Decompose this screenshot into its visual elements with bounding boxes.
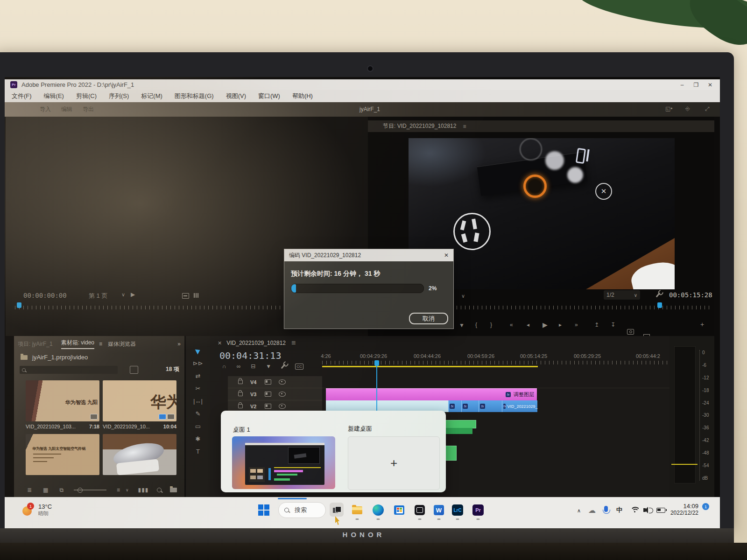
video-clip[interactable]: fx <box>479 400 502 412</box>
timeline-timecode[interactable]: 00:04:31:13 <box>219 350 281 361</box>
close-button[interactable]: ✕ <box>703 81 717 89</box>
captions-icon[interactable]: CC <box>295 364 303 370</box>
bin-breadcrumb[interactable]: jyAirF_1.prproj\video <box>32 354 88 361</box>
clip-thumbnail[interactable]: 华为智选 九阳太空智能空气炸锅 <box>26 434 99 475</box>
menu-file[interactable]: 文件(F) <box>12 92 32 100</box>
premiere-pro-icon[interactable]: Pr <box>471 503 485 517</box>
track-header-v4[interactable]: V4 <box>228 376 322 388</box>
menu-edit[interactable]: 编辑(E) <box>44 92 64 100</box>
automate-sequence-icon[interactable]: ▮▮▮ <box>138 487 149 493</box>
menu-marker[interactable]: 标记(M) <box>141 92 162 100</box>
clip-thumbnail[interactable] <box>103 434 176 475</box>
playback-resolution-dropdown[interactable]: 1/2∨ <box>604 290 640 300</box>
lock-icon[interactable] <box>238 392 243 396</box>
mini-play-icon[interactable]: ▶ <box>131 291 135 298</box>
menu-help[interactable]: 帮助(H) <box>292 92 313 100</box>
menu-sequence[interactable]: 序列(S) <box>109 92 129 100</box>
zoom-slider-knob[interactable] <box>78 488 83 493</box>
lock-icon[interactable] <box>238 380 243 384</box>
edge-browser-icon[interactable] <box>371 503 385 517</box>
toggle-track-output-icon[interactable] <box>279 392 286 397</box>
adjustment-layer-clip[interactable]: fx 调整图层 <box>326 388 537 400</box>
linked-selection-icon[interactable]: ∞ <box>237 363 241 370</box>
timeline-tab[interactable]: VID_20221029_102812 <box>226 340 286 346</box>
toggle-track-output-icon[interactable] <box>279 404 286 409</box>
source-page-dropdown[interactable]: 第 1 页 <box>89 292 107 300</box>
ripple-edit-tool[interactable]: ⇄ <box>186 370 210 382</box>
program-playhead[interactable] <box>657 302 662 308</box>
tab-edit[interactable]: 编辑 <box>61 105 72 113</box>
settings-wrench-icon[interactable] <box>655 292 660 297</box>
tab-import[interactable]: 导入 <box>40 105 51 113</box>
cancel-button[interactable]: 取消 <box>409 313 448 324</box>
export-frame-icon[interactable] <box>627 329 634 335</box>
dark-app-icon[interactable] <box>413 503 427 517</box>
audio-clip[interactable] <box>444 420 476 428</box>
close-icon[interactable]: ✕ <box>444 252 449 259</box>
clip-name[interactable]: VID_20221029_103... <box>26 424 76 429</box>
list-view-icon[interactable]: ≣ <box>27 487 32 493</box>
lift-icon[interactable]: ↥ <box>594 322 599 328</box>
track-header-v3[interactable]: V3 <box>228 388 322 400</box>
fit-dropdown-chevron[interactable]: ∨ <box>461 293 465 299</box>
add-marker-icon[interactable]: ▼ <box>459 322 465 329</box>
battery-icon[interactable] <box>656 508 665 513</box>
hand-tool[interactable]: ✱ <box>186 433 210 445</box>
lock-icon[interactable] <box>238 404 243 408</box>
audio-clip[interactable] <box>444 428 472 434</box>
microsoft-store-icon[interactable] <box>392 503 406 517</box>
play-icon[interactable]: ▶ <box>543 321 548 329</box>
zoom-slider[interactable] <box>74 490 106 490</box>
icon-view-icon[interactable]: ▦ <box>43 487 48 493</box>
ime-indicator[interactable]: 中 <box>616 506 622 514</box>
minimize-button[interactable]: – <box>675 81 689 89</box>
find-icon[interactable] <box>157 488 162 492</box>
more-panels-icon[interactable]: » <box>177 341 181 347</box>
desktop1-label[interactable]: 桌面 1 <box>233 426 250 434</box>
snap-icon[interactable]: ∩ <box>222 363 226 370</box>
clip-thumbnail[interactable]: 华为 <box>103 380 176 421</box>
panel-menu-icon[interactable]: ≡ <box>463 123 466 130</box>
clip-thumbnail[interactable]: 华为智选 九阳 <box>26 380 99 421</box>
add-marker-icon[interactable]: ▼ <box>266 363 271 370</box>
menu-graphics[interactable]: 图形和标题(G) <box>175 92 214 100</box>
project-search-input[interactable] <box>20 366 118 374</box>
goto-out-icon[interactable]: » <box>575 322 578 328</box>
goto-in-icon[interactable]: « <box>510 322 513 328</box>
tab-project[interactable]: 项目: jyAirF_1 <box>18 340 53 348</box>
slip-tool[interactable]: |↔| <box>186 395 210 407</box>
video-clip[interactable]: fx <box>448 400 462 412</box>
tab-media-browser[interactable]: 媒体浏览器 <box>108 340 136 348</box>
lightroom-classic-icon[interactable]: LrC <box>451 503 465 517</box>
chevron-down-icon[interactable]: ∨ <box>121 292 125 298</box>
chevron-down-icon[interactable]: ∨ <box>126 488 129 492</box>
drag-audio-icon[interactable] <box>194 293 199 298</box>
quick-export-icon[interactable]: ⎆ <box>685 105 690 112</box>
timeline-playhead[interactable] <box>374 360 379 366</box>
razor-tool[interactable]: ✂ <box>186 382 210 395</box>
source-patch-icon[interactable] <box>265 392 271 397</box>
add-button-icon[interactable]: + <box>700 321 704 328</box>
pen-tool[interactable]: ✎ <box>186 407 210 420</box>
timeline-settings-icon[interactable] <box>281 364 286 369</box>
video-clip[interactable]: fx VID_20221029_ <box>502 400 537 412</box>
panel-menu-icon[interactable]: ≡ <box>99 341 102 347</box>
menu-clip[interactable]: 剪辑(C) <box>76 92 97 100</box>
step-back-icon[interactable]: ◂ <box>527 322 529 328</box>
extract-icon[interactable]: ↧ <box>611 322 615 328</box>
clip-name[interactable]: VID_20221029_10... <box>103 424 150 429</box>
workspaces-icon[interactable]: ◱• <box>665 105 673 112</box>
mark-in-icon[interactable]: { <box>475 322 477 328</box>
sort-icon[interactable]: ≡ <box>117 487 120 493</box>
source-patch-icon[interactable] <box>265 404 271 409</box>
new-desktop-button[interactable]: + <box>348 436 440 490</box>
weather-widget[interactable]: 1 13°C 晴朗 <box>21 503 52 517</box>
fullscreen-icon[interactable]: ⤢ <box>705 105 710 112</box>
word-icon[interactable]: W <box>432 503 446 517</box>
wifi-icon[interactable] <box>630 507 639 513</box>
nest-icon[interactable]: ⊟ <box>251 363 255 370</box>
tray-chevron-icon[interactable]: ∧ <box>577 508 581 514</box>
find-icon[interactable] <box>130 366 138 374</box>
encoding-dialog-titlebar[interactable]: 编码 VID_20221029_102812 ✕ <box>284 249 453 261</box>
tab-export[interactable]: 导出 <box>83 105 94 113</box>
